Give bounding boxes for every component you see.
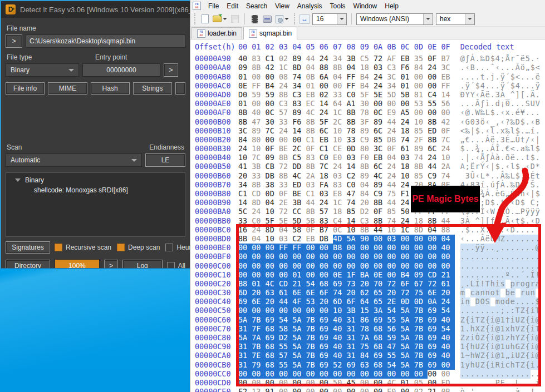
hex-row[interactable]: 00000B103C897C24148B6C1078896C241885ED0F… <box>195 127 545 136</box>
hex-byte[interactable]: 3B <box>252 162 265 171</box>
hex-byte[interactable]: 3B <box>346 54 360 63</box>
hex-byte[interactable]: 2F <box>414 136 428 145</box>
hex-byte[interactable]: A5 <box>401 108 414 117</box>
hex-byte[interactable]: 02 <box>279 54 292 63</box>
hex-char[interactable]: . <box>531 73 536 82</box>
hex-char[interactable]: . <box>515 145 521 153</box>
hex-byte[interactable]: 8B <box>238 118 252 127</box>
hex-byte[interactable]: 00 <box>306 388 319 392</box>
hex-char[interactable]: @ <box>460 54 465 63</box>
hex-byte[interactable]: 0F <box>441 127 454 136</box>
hex-byte[interactable]: E0 <box>333 153 346 162</box>
hex-byte[interactable]: BE <box>292 190 306 199</box>
hex-char[interactable]: D <box>485 54 490 63</box>
hex-byte[interactable]: C0 <box>346 91 360 100</box>
hex-byte[interactable]: 24 <box>428 63 441 72</box>
hex-byte[interactable]: CB <box>266 162 279 171</box>
menu-item-window[interactable]: Window <box>350 1 381 11</box>
hex-byte[interactable]: C0 <box>320 153 333 162</box>
hex-byte[interactable]: D0 <box>238 91 252 100</box>
hex-byte[interactable]: FF <box>346 82 360 91</box>
hex-row[interactable]: 00000AD0D059598BC3EB0233C05F5E5D5B81C414… <box>195 91 545 100</box>
open-file-button[interactable]: > <box>6 34 22 48</box>
hex-byte[interactable]: 24 <box>387 162 400 171</box>
hex-byte[interactable]: 03 <box>320 190 333 199</box>
hex-byte[interactable]: 24 <box>320 199 333 207</box>
hex-char[interactable]: . <box>526 73 531 82</box>
file-path-field[interactable]: C:\Users\kozak\Desktop\sqmapi.bin <box>26 34 185 48</box>
hex-char[interactable]: ö <box>480 118 485 127</box>
hex-char[interactable]: , <box>480 145 485 153</box>
hex-byte[interactable]: 30 <box>266 118 279 127</box>
hex-row[interactable]: 00000AF08B400C57894C241C8B780CE9A5000000… <box>195 108 545 117</box>
hex-byte[interactable]: 1C <box>333 108 346 117</box>
hex-char[interactable]: ¡ <box>500 100 505 108</box>
hex-byte[interactable]: 89 <box>360 172 374 181</box>
hex-char[interactable]: . <box>505 63 510 72</box>
hex-byte[interactable]: 6A <box>320 73 333 82</box>
hex-byte[interactable]: 78 <box>346 127 360 136</box>
hex-byte[interactable]: 85 <box>414 127 428 136</box>
hex-byte[interactable]: 91 <box>266 388 279 392</box>
hex-byte[interactable]: 74 <box>441 172 454 181</box>
hex-char[interactable]: . <box>531 108 536 117</box>
hex-byte[interactable]: B4 <box>360 73 374 82</box>
hex-char[interactable]: . <box>536 153 541 162</box>
hex-byte[interactable]: 00 <box>333 388 346 392</box>
hex-char[interactable]: . <box>475 388 480 392</box>
hex-byte[interactable]: EB <box>320 136 333 145</box>
hex-byte[interactable]: 00 <box>401 388 414 392</box>
hex-char[interactable]: ‹ <box>531 136 536 145</box>
hex-byte[interactable]: 57 <box>320 207 333 216</box>
hex-byte[interactable]: 89 <box>252 127 265 136</box>
hex-char[interactable]: ' <box>470 388 475 392</box>
hex-byte[interactable]: CE <box>333 145 346 153</box>
hex-char[interactable]: … <box>510 136 515 145</box>
hex-byte[interactable]: 80 <box>360 145 374 153</box>
hex-byte[interactable]: AF <box>387 54 400 63</box>
hex-byte[interactable]: 42 <box>441 118 454 127</box>
hex-byte[interactable]: 01 <box>401 82 414 91</box>
hex-char[interactable]: t <box>521 136 526 145</box>
hex-byte[interactable]: 3C <box>441 63 454 72</box>
hex-byte[interactable]: 5D <box>387 91 400 100</box>
entry-point-field[interactable]: 00000000 <box>82 63 160 77</box>
hex-byte[interactable]: 00 <box>279 136 292 145</box>
hex-char[interactable]: . <box>460 153 465 162</box>
hex-char[interactable]: . <box>465 388 470 392</box>
hex-char[interactable]: 4 <box>480 82 485 91</box>
hex-char[interactable]: Y <box>470 91 475 100</box>
menu-item-view[interactable]: View <box>271 1 293 11</box>
hex-char[interactable]: . <box>475 63 480 72</box>
hex-byte[interactable]: 10 <box>266 207 279 216</box>
hex-byte[interactable]: 00 <box>441 108 454 117</box>
hex-char[interactable]: ò <box>460 388 465 392</box>
hex-byte[interactable]: ED <box>428 127 441 136</box>
hex-byte[interactable]: 04 <box>306 63 319 72</box>
hex-char[interactable]: $ <box>515 127 521 136</box>
hex-byte[interactable]: 18 <box>320 172 333 181</box>
hex-byte[interactable]: C5 <box>292 153 306 162</box>
hex-byte[interactable]: 4C <box>306 108 319 117</box>
hex-char[interactable]: Å <box>505 54 510 63</box>
hex-byte[interactable]: F0 <box>360 153 374 162</box>
hex-char[interactable]: . <box>521 82 526 91</box>
hex-char[interactable]: à <box>515 388 521 392</box>
hex-char[interactable]: . <box>460 63 465 72</box>
hex-byte[interactable]: D2 <box>360 207 374 216</box>
all-checkbox[interactable] <box>167 262 175 269</box>
hex-char[interactable]: . <box>526 118 531 127</box>
hex-byte[interactable]: 8B <box>306 162 319 171</box>
hex-byte[interactable]: F2 <box>238 388 252 392</box>
hex-byte[interactable]: 10 <box>333 127 346 136</box>
hex-byte[interactable]: C1 <box>266 54 279 63</box>
hex-byte[interactable]: FA <box>320 181 333 190</box>
hex-char[interactable]: „ <box>526 63 531 72</box>
hex-byte[interactable]: 74 <box>401 136 414 145</box>
hex-byte[interactable]: 8B <box>414 162 428 171</box>
hex-char[interactable]: ‹ <box>500 118 505 127</box>
scan-mode-select[interactable]: Automatic <box>6 153 142 167</box>
hex-char[interactable]: ‹ <box>495 63 500 72</box>
hex-char[interactable]: . <box>480 388 485 392</box>
hex-char[interactable]: . <box>521 388 526 392</box>
